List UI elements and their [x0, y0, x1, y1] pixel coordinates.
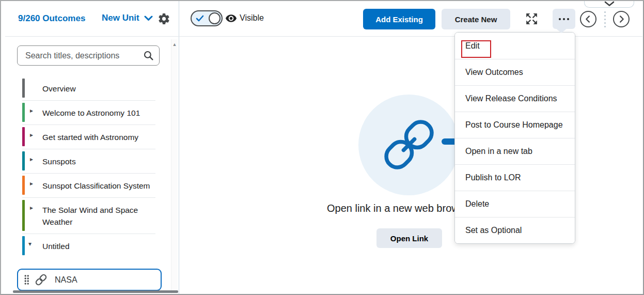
more-actions-button[interactable]	[553, 9, 575, 29]
nav-dotted-divider	[603, 11, 607, 27]
chevron-down-icon	[604, 1, 615, 7]
tree-item-nasa-selected[interactable]: NASA	[17, 269, 162, 291]
eye-icon	[225, 14, 237, 25]
tree-item-solar-wind[interactable]: ▸ The Solar Wind and Space Weather	[22, 198, 155, 234]
toggle-knob	[209, 12, 221, 24]
menu-item-set-as-optional[interactable]: Set as Optional	[455, 217, 575, 243]
tree-item-get-started[interactable]: ▸ Get started with Astronomy	[22, 125, 155, 149]
menu-item-post-to-course-homepage[interactable]: Post to Course Homepage	[455, 112, 575, 138]
menu-caret	[555, 28, 568, 33]
expand-collapsed-icon[interactable]: ▸	[30, 131, 33, 138]
tree-item-sunspots[interactable]: ▸ Sunspots	[22, 149, 155, 174]
module-color-bar	[22, 200, 25, 231]
chain-link-icon	[376, 112, 442, 180]
open-link-button[interactable]: Open Link	[376, 228, 442, 248]
menu-item-edit[interactable]: Edit	[455, 33, 575, 59]
module-color-bar	[22, 103, 25, 122]
sidebar-main-separator	[179, 0, 179, 295]
new-unit-button[interactable]: New Unit	[102, 13, 153, 23]
tree-item-label: The Solar Wind and Space Weather	[42, 204, 152, 228]
scroll-up-icon[interactable]: ▲	[171, 39, 178, 47]
tree-item-label: Welcome to Astronomy 101	[42, 107, 152, 119]
tree-item-label: Sunspot Classification System	[42, 180, 152, 192]
link-icon	[34, 273, 48, 287]
menu-item-open-in-new-tab[interactable]: Open in a new tab	[455, 138, 575, 164]
outcomes-link[interactable]: 9/260 Outcomes	[18, 13, 85, 24]
next-item-button[interactable]	[613, 11, 630, 27]
search-input[interactable]	[18, 51, 143, 60]
module-color-bar	[22, 176, 25, 195]
gear-icon[interactable]	[158, 12, 170, 27]
expand-collapsed-icon[interactable]: ▸	[30, 204, 33, 211]
tree-item-label: Sunspots	[42, 156, 152, 167]
content-tree: Overview ▸ Welcome to Astronomy 101 ▸ Ge…	[22, 76, 155, 258]
tree-item-label: Get started with Astronomy	[42, 131, 152, 143]
tree-item-welcome[interactable]: ▸ Welcome to Astronomy 101	[22, 101, 155, 125]
search-box	[17, 45, 160, 66]
collapse-panel-button[interactable]	[584, 0, 634, 8]
selected-item-label: NASA	[55, 275, 77, 285]
module-color-bar	[22, 127, 25, 146]
module-color-bar	[22, 79, 25, 98]
expand-collapsed-icon[interactable]: ▸	[30, 156, 33, 163]
fullscreen-expand-icon[interactable]	[525, 12, 539, 27]
previous-item-button[interactable]	[580, 11, 596, 27]
visibility-toggle[interactable]	[191, 10, 223, 26]
menu-item-publish-to-lor[interactable]: Publish to LOR	[455, 164, 575, 191]
add-existing-button[interactable]: Add Existing	[363, 9, 435, 29]
menu-item-delete[interactable]: Delete	[455, 191, 575, 217]
menu-item-view-release-conditions[interactable]: View Release Conditions	[455, 85, 575, 112]
create-new-button[interactable]: Create New	[442, 9, 510, 29]
expand-collapsed-icon[interactable]: ▸	[30, 180, 33, 187]
context-menu: Edit View Outcomes View Release Conditio…	[454, 32, 575, 244]
tree-item-label: Untitled	[42, 240, 152, 252]
module-color-bar	[22, 151, 25, 170]
sidebar-horizontal-scrollbar[interactable]	[13, 290, 178, 293]
module-color-bar	[22, 236, 25, 255]
tree-item-untitled[interactable]: ▾ Untitled	[22, 234, 155, 258]
expand-expanded-icon[interactable]: ▾	[28, 240, 32, 247]
expand-collapsed-icon[interactable]: ▸	[30, 107, 33, 114]
tree-item-label: Overview	[42, 83, 152, 95]
menu-item-view-outcomes[interactable]: View Outcomes	[455, 59, 575, 85]
open-link-message: Open link in a new web browser	[327, 203, 473, 214]
check-icon	[196, 15, 204, 22]
chevron-down-icon	[144, 15, 153, 21]
tree-item-overview[interactable]: Overview	[22, 76, 155, 101]
new-unit-label: New Unit	[102, 13, 139, 23]
visible-label: Visible	[240, 13, 264, 23]
app-window: 9/260 Outcomes New Unit Visible Add Exis…	[0, 0, 644, 295]
sidebar-vertical-scrollbar[interactable]: ▲	[171, 39, 178, 293]
search-icon[interactable]	[143, 50, 154, 61]
tree-item-sunspot-classification[interactable]: ▸ Sunspot Classification System	[22, 174, 155, 198]
drag-handle-icon[interactable]	[24, 274, 29, 285]
